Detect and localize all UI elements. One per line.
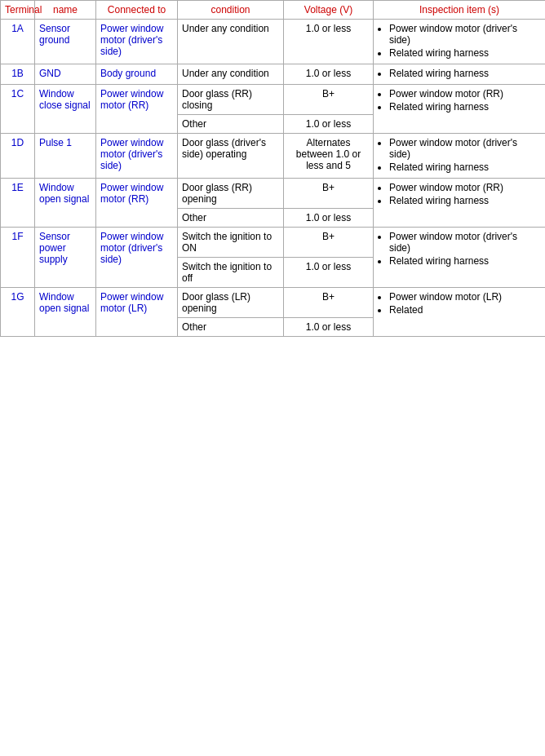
header-voltage: Voltage (V)	[284, 1, 374, 20]
cell-condition: Door glass (driver's side) operating	[178, 134, 284, 179]
cell-condition: Other	[178, 115, 284, 134]
cell-name: GND	[35, 64, 96, 85]
cell-terminal: 1C	[1, 85, 35, 134]
cell-voltage: 1.0 or less	[284, 209, 374, 228]
cell-connected-to: Power window motor (LR)	[96, 288, 178, 337]
cell-voltage: B+	[284, 228, 374, 258]
cell-condition: Switch the ignition to ON	[178, 228, 284, 258]
cell-terminal: 1D	[1, 134, 35, 179]
cell-inspection: Related wiring harness	[374, 64, 546, 85]
header-inspection: Inspection item (s)	[374, 1, 546, 20]
cell-inspection: Power window motor (driver's side)Relate…	[374, 134, 546, 179]
cell-name: Window open signal	[35, 179, 96, 228]
header-connected-to: Connected to	[96, 1, 178, 20]
cell-condition: Under any condition	[178, 20, 284, 64]
cell-connected-to: Power window motor (driver's side)	[96, 228, 178, 288]
cell-connected-to: Power window motor (driver's side)	[96, 20, 178, 64]
inspection-item: Power window motor (RR)	[389, 182, 541, 193]
inspection-item: Related wiring harness	[389, 195, 541, 206]
cell-voltage: B+	[284, 179, 374, 209]
cell-voltage: 1.0 or less	[284, 20, 374, 64]
inspection-table: Terminal name Connected to condition Vol…	[0, 0, 545, 337]
cell-voltage: 1.0 or less	[284, 115, 374, 134]
inspection-item: Power window motor (driver's side)	[389, 231, 541, 254]
inspection-item: Power window motor (RR)	[389, 88, 541, 99]
cell-voltage: Alternates between 1.0 or less and 5	[284, 134, 374, 179]
cell-voltage: 1.0 or less	[284, 64, 374, 85]
cell-name: Pulse 1	[35, 134, 96, 179]
cell-inspection: Power window motor (RR)Related wiring ha…	[374, 85, 546, 134]
cell-condition: Door glass (LR) opening	[178, 288, 284, 318]
header-terminal: Terminal	[1, 1, 35, 20]
cell-condition: Other	[178, 318, 284, 337]
cell-connected-to: Body ground	[96, 64, 178, 85]
cell-condition: Under any condition	[178, 64, 284, 85]
inspection-item: Related wiring harness	[389, 101, 541, 113]
inspection-item: Power window motor (driver's side)	[389, 137, 541, 160]
cell-condition: Switch the ignition to off	[178, 258, 284, 288]
cell-voltage: 1.0 or less	[284, 258, 374, 288]
inspection-item: Related wiring harness	[389, 255, 541, 267]
cell-voltage: 1.0 or less	[284, 318, 374, 337]
inspection-item: Related	[389, 304, 541, 316]
inspection-item: Related wiring harness	[389, 47, 541, 59]
cell-inspection: Power window motor (driver's side)Relate…	[374, 20, 546, 64]
cell-connected-to: Power window motor (RR)	[96, 179, 178, 228]
cell-condition: Door glass (RR) opening	[178, 179, 284, 209]
cell-connected-to: Power window motor (driver's side)	[96, 134, 178, 179]
inspection-item: Power window motor (driver's side)	[389, 23, 541, 46]
inspection-item: Power window motor (LR)	[389, 291, 541, 303]
cell-inspection: Power window motor (LR)Related	[374, 288, 546, 337]
cell-name: Window open signal	[35, 288, 96, 337]
cell-name: Sensor power supply	[35, 228, 96, 288]
cell-inspection: Power window motor (RR)Related wiring ha…	[374, 179, 546, 228]
cell-name: Sensor ground	[35, 20, 96, 64]
cell-connected-to: Power window motor (RR)	[96, 85, 178, 134]
cell-condition: Door glass (RR) closing	[178, 85, 284, 115]
cell-terminal: 1B	[1, 64, 35, 85]
header-name: name	[35, 1, 96, 20]
cell-terminal: 1A	[1, 20, 35, 64]
cell-terminal: 1G	[1, 288, 35, 337]
cell-inspection: Power window motor (driver's side)Relate…	[374, 228, 546, 288]
inspection-item: Related wiring harness	[389, 68, 541, 79]
cell-voltage: B+	[284, 85, 374, 115]
cell-voltage: B+	[284, 288, 374, 318]
header-condition: condition	[178, 1, 284, 20]
cell-terminal: 1F	[1, 228, 35, 288]
cell-name: Window close signal	[35, 85, 96, 134]
inspection-item: Related wiring harness	[389, 161, 541, 173]
cell-condition: Other	[178, 209, 284, 228]
cell-terminal: 1E	[1, 179, 35, 228]
